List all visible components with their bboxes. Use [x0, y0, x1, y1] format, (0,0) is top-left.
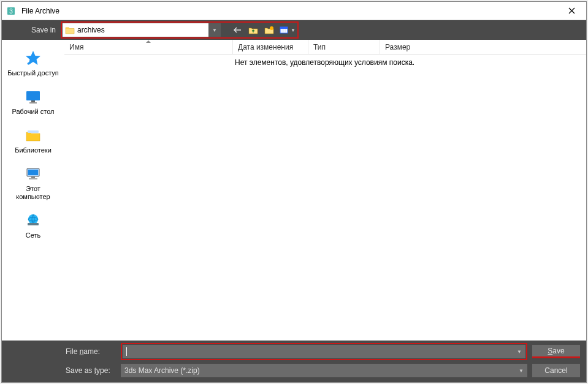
save-in-field[interactable] — [63, 23, 208, 37]
svg-rect-15 — [28, 170, 38, 175]
column-header-size[interactable]: Размер — [380, 40, 441, 54]
sidebar-item-libraries[interactable]: Библиотеки — [2, 123, 64, 162]
svg-rect-6 — [280, 27, 288, 29]
bottom-panel: File name: ▼ Save Save as type: — [2, 341, 586, 382]
cancel-button[interactable]: Cancel — [532, 364, 580, 377]
svg-rect-11 — [31, 100, 35, 102]
file-list[interactable]: Нет элементов, удовлетворяющих условиям … — [64, 55, 586, 341]
save-button[interactable]: Save — [532, 345, 580, 358]
back-button[interactable] — [231, 23, 244, 37]
svg-rect-16 — [31, 176, 35, 178]
file-name-input[interactable]: ▼ — [123, 345, 525, 358]
file-list-area: Имя Дата изменения Тип Размер Нет элемен… — [64, 40, 586, 341]
column-header-name[interactable]: Имя — [64, 40, 233, 54]
svg-text:3: 3 — [9, 8, 13, 15]
save-as-type-select[interactable]: 3ds Max Archive (*.zip) ▼ — [121, 364, 527, 377]
app-icon: 3 — [6, 6, 17, 17]
places-sidebar: Быстрый доступ Рабочий стол — [2, 40, 64, 341]
chevron-down-icon[interactable]: ▼ — [519, 368, 524, 374]
svg-rect-20 — [28, 223, 39, 225]
save-in-label: Save in — [6, 26, 61, 34]
up-folder-button[interactable] — [246, 23, 260, 37]
view-menu-button[interactable]: ▼ — [278, 23, 297, 37]
svg-rect-12 — [29, 102, 37, 104]
svg-rect-17 — [29, 178, 37, 179]
save-as-type-label: Save as type: — [66, 366, 118, 375]
network-icon — [23, 211, 43, 230]
libraries-icon — [23, 126, 43, 145]
column-headers: Имя Дата изменения Тип Размер — [64, 40, 586, 55]
sidebar-item-this-pc[interactable]: Этоткомпьютер — [2, 162, 64, 208]
sidebar-label: Этоткомпьютер — [2, 185, 64, 201]
sidebar-label: Библиотеки — [2, 146, 64, 154]
new-folder-button[interactable] — [262, 23, 276, 37]
svg-point-18 — [28, 214, 38, 224]
sidebar-label: Рабочий стол — [2, 108, 64, 116]
titlebar: 3 File Archive — [2, 2, 586, 20]
close-button[interactable] — [559, 2, 584, 20]
quick-access-icon — [23, 48, 43, 68]
sidebar-item-quick-access[interactable]: Быстрый доступ — [2, 46, 64, 85]
computer-icon — [23, 164, 43, 184]
svg-rect-13 — [28, 130, 39, 133]
sidebar-item-desktop[interactable]: Рабочий стол — [2, 85, 64, 123]
location-input[interactable] — [77, 23, 208, 37]
sidebar-label: Быстрый доступ — [2, 69, 64, 77]
location-dropdown-button[interactable]: ▼ — [208, 23, 221, 37]
empty-message: Нет элементов, удовлетворяющих условиям … — [64, 58, 586, 67]
desktop-icon — [23, 87, 43, 107]
window-title: File Archive — [20, 7, 559, 15]
column-header-date[interactable]: Дата изменения — [233, 40, 308, 54]
column-header-type[interactable]: Тип — [308, 40, 380, 54]
save-in-group: ▼ — [61, 21, 299, 39]
file-archive-dialog: 3 File Archive Save in ▼ — [1, 1, 587, 383]
chevron-down-icon[interactable]: ▼ — [517, 349, 522, 355]
toolbar: Save in ▼ — [2, 20, 586, 40]
svg-point-4 — [270, 26, 273, 30]
sidebar-label: Сеть — [2, 232, 64, 239]
svg-rect-10 — [26, 91, 40, 100]
sidebar-item-network[interactable]: Сеть — [2, 208, 64, 247]
folder-icon — [65, 26, 75, 34]
file-name-label: File name: — [66, 347, 118, 356]
